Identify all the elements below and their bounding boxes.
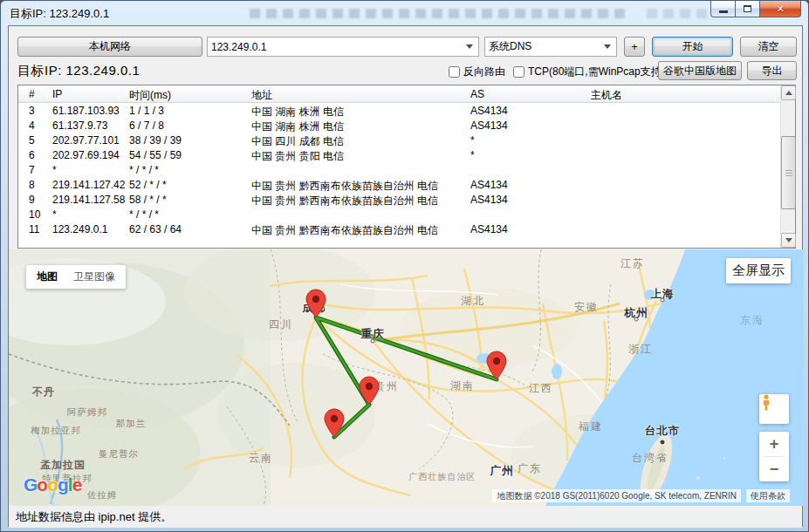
google-logo-letter: o (37, 474, 47, 494)
city-dot-icon (634, 317, 639, 322)
map-canvas[interactable]: 四川湖北湖南贵州江西安徽江苏浙江福建广东云南台湾省广西壮族自治区东海成都重庆上海… (9, 249, 804, 506)
cell-as: AS4134 (470, 179, 508, 191)
column-header-time[interactable]: 时间(ms) (129, 88, 171, 103)
column-separator[interactable] (463, 88, 464, 100)
marker-guiyang[interactable] (359, 376, 380, 406)
reverse-route-checkbox[interactable]: 反向路由 (449, 65, 505, 79)
zoom-in-button[interactable]: + (759, 432, 789, 456)
chevron-down-icon[interactable] (466, 44, 473, 49)
scroll-down-button[interactable] (781, 233, 796, 248)
maximize-button[interactable] (736, 1, 760, 17)
export-button[interactable]: 导出 (747, 61, 797, 80)
city-dot-icon (661, 440, 665, 445)
map-pin-icon (486, 351, 507, 380)
reverse-route-checkbox-input[interactable] (449, 66, 460, 78)
dns-combobox[interactable]: 系统DNS (484, 37, 617, 57)
column-header-as[interactable]: AS (470, 88, 484, 100)
city-dot-icon (371, 339, 375, 344)
app-window: 目标IP: 123.249.0.1 ✕ 本机网络 系统DNS + 开始 清空 (0, 0, 809, 532)
chevron-down-icon[interactable] (604, 44, 611, 49)
table-row[interactable]: 361.187.103.931 / 1 / 3中国 湖南 株洲 电信AS4134 (18, 104, 780, 119)
cell-ip: 202.97.69.194 (52, 149, 120, 161)
google-logo-letter: g (58, 474, 68, 494)
table-row[interactable]: 5202.97.77.10138 / 39 / 39中国 四川 成都 电信* (18, 133, 780, 148)
aero-glass-ghost-text (250, 9, 625, 18)
column-separator[interactable] (585, 88, 586, 100)
fullscreen-button[interactable]: 全屏显示 (726, 258, 791, 283)
table-row[interactable]: 9219.141.127.5858 / * / *中国 贵州 黔西南布依族苗族自… (18, 193, 780, 208)
cell-num: 8 (29, 179, 35, 191)
start-button[interactable]: 开始 (652, 37, 733, 57)
add-dns-button[interactable]: + (624, 37, 645, 57)
scrollbar-thumb[interactable] (781, 136, 796, 209)
cell-address: 中国 湖南 株洲 电信 (251, 105, 344, 119)
column-header-hostname[interactable]: 主机名 (591, 88, 622, 103)
table-row[interactable]: 8219.141.127.4252 / * / *中国 贵州 黔西南布依族苗族自… (18, 178, 780, 193)
table-row[interactable]: 7** / * / * (18, 163, 780, 178)
trace-route-lines (9, 249, 804, 506)
close-icon: ✕ (776, 3, 784, 15)
column-separator[interactable] (119, 88, 120, 100)
table-row[interactable]: 461.137.9.736 / 7 / 8中国 湖南 株洲 电信AS4134 (18, 119, 780, 133)
cell-as: * (470, 149, 475, 161)
close-button[interactable]: ✕ (760, 1, 801, 17)
local-network-button[interactable]: 本机网络 (17, 37, 202, 57)
column-header-address[interactable]: 地址 (251, 88, 272, 103)
pegman-button[interactable] (759, 394, 789, 424)
table-row[interactable]: 10** / * / * (18, 208, 780, 222)
zoom-out-button[interactable]: − (759, 457, 789, 481)
column-separator[interactable] (46, 88, 47, 100)
google-logo-letter: e (72, 474, 82, 494)
column-header-num[interactable]: # (29, 88, 35, 100)
map-type-satellite-button[interactable]: 卫星图像 (73, 269, 115, 284)
cell-time: 62 / 63 / 64 (129, 223, 182, 235)
minimize-icon (719, 10, 728, 13)
status-text: 地址数据信息由 ipip.net 提供。 (16, 509, 172, 525)
scrollbar-grip (785, 169, 792, 176)
table-row[interactable]: 11123.249.0.162 / 63 / 64中国 贵州 黔西南布依族苗族自… (18, 222, 780, 237)
google-cn-map-button[interactable]: 谷歌中国版地图 (658, 61, 742, 80)
trace-table: #IP时间(ms)地址AS主机名 361.187.103.931 / 1 / 3… (17, 85, 796, 249)
cell-ip: 202.97.77.101 (52, 134, 120, 147)
marker-qianxinan[interactable] (324, 408, 345, 438)
map-type-control: 地图 卫星图像 (26, 265, 126, 289)
cell-time: 58 / * / * (129, 194, 167, 206)
marker-chengdu[interactable] (305, 289, 326, 318)
aero-glass-ghost-text (647, 9, 708, 18)
target-ip-input[interactable] (208, 38, 464, 56)
cell-num: 7 (29, 164, 35, 176)
vertical-scrollbar[interactable] (780, 85, 795, 248)
clear-button[interactable]: 清空 (740, 37, 797, 57)
cell-address: 中国 贵州 黔西南布依族苗族自治州 电信 (251, 194, 438, 208)
cell-num: 6 (29, 149, 35, 161)
tcp-checkbox[interactable]: TCP(80端口,需WinPcap支持) (513, 65, 665, 79)
minimize-button[interactable] (710, 1, 736, 17)
clear-button-label: 清空 (758, 39, 779, 54)
table-header[interactable]: #IP时间(ms)地址AS主机名 (18, 85, 795, 103)
marker-hunan[interactable] (486, 351, 507, 380)
cell-ip: 219.141.127.58 (52, 194, 125, 206)
tcp-checkbox-input[interactable] (513, 66, 524, 78)
title-bar[interactable]: 目标IP: 123.249.0.1 ✕ (1, 1, 808, 25)
cell-address: 中国 贵州 黔西南布依族苗族自治州 电信 (251, 179, 438, 194)
terms-link[interactable]: 使用条款 (746, 489, 790, 502)
google-logo-letter: o (47, 474, 58, 494)
cell-ip: 123.249.0.1 (52, 223, 107, 235)
arrow-down-icon (785, 238, 792, 242)
map-type-map-button[interactable]: 地图 (37, 269, 58, 284)
cell-num: 11 (29, 223, 39, 235)
window-title: 目标IP: 123.249.0.1 (10, 6, 109, 22)
target-ip-combobox[interactable] (207, 37, 479, 57)
google-logo[interactable]: Google (24, 474, 81, 495)
table-row[interactable]: 6202.97.69.19454 / 55 / 59中国 贵州 贵阳 电信* (18, 148, 780, 163)
column-separator[interactable] (775, 88, 776, 100)
cell-as: AS4134 (470, 194, 508, 206)
column-header-ip[interactable]: IP (52, 88, 62, 100)
google-logo-letter: G (24, 474, 37, 494)
column-separator[interactable] (245, 88, 246, 100)
scroll-up-button[interactable] (781, 85, 796, 100)
status-bar: 地址数据信息由 ipip.net 提供。 (9, 506, 802, 528)
tcp-checkbox-label: TCP(80端口,需WinPcap支持) (528, 65, 665, 79)
map-attribution: 地图数据 ©2018 GS(2011)6020 Google, SK telec… (492, 489, 741, 502)
cell-ip: 61.187.103.93 (52, 105, 120, 117)
